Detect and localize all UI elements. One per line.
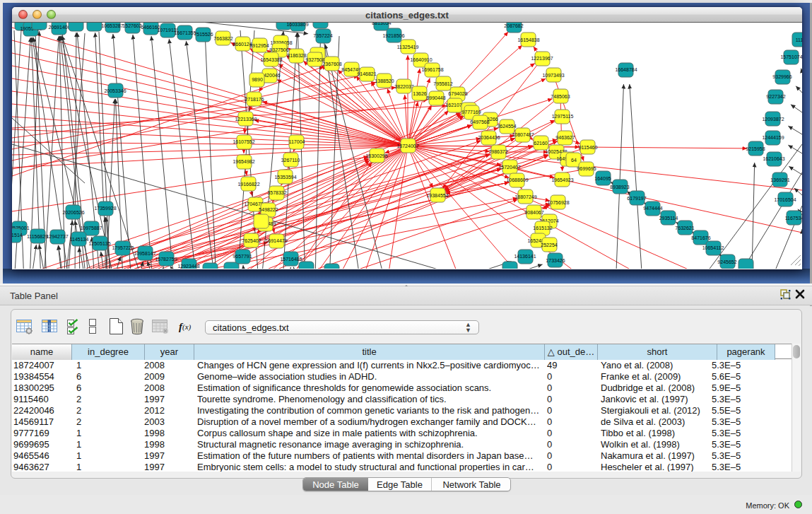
- svg-text:3267110: 3267110: [281, 158, 300, 163]
- svg-text:15751074: 15751074: [780, 54, 802, 59]
- svg-text:19654982: 19654982: [233, 159, 254, 164]
- svg-text:8938923: 8938923: [610, 185, 629, 189]
- svg-text:111: 111: [796, 37, 802, 42]
- svg-text:7357224: 7357224: [313, 33, 332, 38]
- svg-text:7515526: 7515526: [194, 32, 213, 37]
- svg-text:2718176: 2718176: [245, 97, 264, 102]
- svg-text:1733426: 1733426: [546, 258, 565, 263]
- svg-text:14136141: 14136141: [514, 254, 536, 259]
- svg-text:1167534: 1167534: [785, 216, 802, 221]
- svg-text:9777169: 9777169: [461, 110, 481, 115]
- svg-text:7485063: 7485063: [551, 94, 570, 99]
- svg-text:3822037: 3822037: [394, 84, 413, 89]
- svg-text:20364436: 20364436: [478, 135, 500, 140]
- svg-text:17359928: 17359928: [94, 206, 116, 211]
- svg-text:9327506: 9327506: [269, 47, 288, 52]
- svg-text:5498222: 5498222: [259, 207, 278, 212]
- svg-text:9215958: 9215958: [746, 146, 765, 151]
- svg-text:7625402: 7625402: [242, 238, 261, 243]
- svg-text:2087682: 2087682: [504, 23, 523, 28]
- svg-text:164095: 164095: [594, 176, 611, 181]
- svg-text:117004: 117004: [289, 139, 305, 144]
- svg-text:1369291: 1369291: [770, 177, 789, 182]
- svg-text:62160: 62160: [534, 141, 548, 146]
- svg-text:10756928: 10756928: [547, 200, 569, 205]
- svg-text:6497568: 6497568: [470, 119, 489, 124]
- svg-text:20691406: 20691406: [48, 25, 70, 30]
- svg-text:12444159: 12444159: [762, 135, 784, 140]
- svg-text:12213967: 12213967: [531, 56, 553, 61]
- svg-text:7632621: 7632621: [675, 226, 694, 230]
- svg-text:15716485: 15716485: [280, 257, 302, 262]
- svg-text:9890: 9890: [252, 77, 263, 82]
- svg-text:252254: 252254: [541, 243, 557, 247]
- svg-text:3578332: 3578332: [267, 190, 286, 195]
- svg-text:12213369: 12213369: [235, 117, 257, 122]
- svg-text:12923448: 12923448: [177, 264, 199, 269]
- svg-text:7663822: 7663822: [213, 36, 233, 41]
- svg-text:12505135: 12505135: [88, 241, 110, 246]
- svg-text:16671355: 16671355: [174, 30, 196, 35]
- svg-text:64: 64: [571, 158, 577, 163]
- svg-text:16210643: 16210643: [763, 156, 784, 161]
- svg-text:17016504: 17016504: [774, 197, 796, 202]
- svg-text:19218506: 19218506: [382, 33, 404, 38]
- svg-text:7955812: 7955812: [433, 81, 452, 86]
- svg-text:9084067: 9084067: [524, 210, 543, 215]
- svg-text:7986372: 7986372: [488, 149, 507, 154]
- svg-text:10653287: 10653287: [101, 23, 123, 28]
- svg-text:15353594: 15353594: [274, 175, 296, 180]
- svg-text:16154838: 16154838: [517, 37, 539, 42]
- svg-text:6179197: 6179197: [627, 196, 646, 201]
- svg-text:2367608: 2367608: [322, 62, 341, 66]
- svg-text:1145134: 1145134: [70, 237, 89, 242]
- svg-text:10654112: 10654112: [702, 245, 724, 250]
- svg-text:1527602: 1527602: [122, 23, 141, 28]
- svg-text:9146821: 9146821: [357, 71, 376, 76]
- svg-text:16648784: 16648784: [615, 67, 637, 72]
- svg-text:9329966: 9329966: [772, 74, 792, 79]
- svg-text:11325419: 11325419: [397, 45, 419, 49]
- svg-text:16543382: 16543382: [260, 57, 282, 62]
- svg-text:(x): (x): [182, 322, 192, 332]
- svg-text:18300295: 18300295: [365, 153, 387, 158]
- svg-text:9245652: 9245652: [717, 259, 736, 264]
- svg-text:13626: 13626: [413, 91, 427, 96]
- svg-text:9699695: 9699695: [577, 166, 596, 171]
- svg-text:18724007: 18724007: [396, 144, 418, 148]
- svg-text:3624554: 3624554: [497, 124, 516, 129]
- svg-text:9474444: 9474444: [643, 206, 662, 211]
- svg-text:9227342: 9227342: [766, 94, 785, 99]
- svg-text:991514: 991514: [12, 233, 23, 238]
- svg-text:19166822: 19166822: [237, 182, 259, 187]
- svg-text:19384554: 19384554: [426, 193, 448, 198]
- svg-text:18807249: 18807249: [514, 194, 536, 199]
- svg-text:11156829: 11156829: [27, 234, 48, 239]
- svg-text:8990448: 8990448: [426, 95, 445, 100]
- svg-text:1388520: 1388520: [375, 78, 394, 83]
- svg-text:15720407: 15720407: [498, 165, 520, 170]
- svg-text:19654923: 19654923: [551, 177, 573, 182]
- svg-text:16640910: 16640910: [410, 57, 432, 62]
- svg-text:17957225: 17957225: [112, 245, 134, 250]
- svg-text:2935114: 2935114: [659, 216, 678, 221]
- svg-text:16107552: 16107552: [233, 139, 254, 144]
- svg-text:20206526: 20206526: [62, 210, 84, 215]
- svg-text:20053346: 20053346: [104, 88, 126, 93]
- svg-text:10688609: 10688609: [506, 177, 528, 182]
- svg-text:8912954: 8912954: [249, 43, 269, 48]
- svg-text:9657791: 9657791: [233, 254, 252, 259]
- svg-text:12093872: 12093872: [762, 117, 784, 122]
- svg-text:16782759: 16782759: [155, 257, 177, 262]
- svg-text:10973493: 10973493: [542, 73, 564, 78]
- svg-text:9463627: 9463627: [555, 135, 575, 140]
- svg-text:9115460: 9115460: [579, 145, 598, 150]
- svg-text:8813054: 8813054: [372, 23, 391, 25]
- svg-text:16033809: 16033809: [286, 23, 308, 27]
- svg-text:1615132: 1615132: [533, 226, 552, 230]
- svg-text:12975115: 12975115: [552, 114, 574, 119]
- svg-text:16961758: 16961758: [421, 67, 443, 72]
- svg-text:12942737: 12942737: [46, 234, 68, 239]
- svg-text:16914479: 16914479: [265, 238, 287, 243]
- svg-text:10958147: 10958147: [134, 251, 155, 256]
